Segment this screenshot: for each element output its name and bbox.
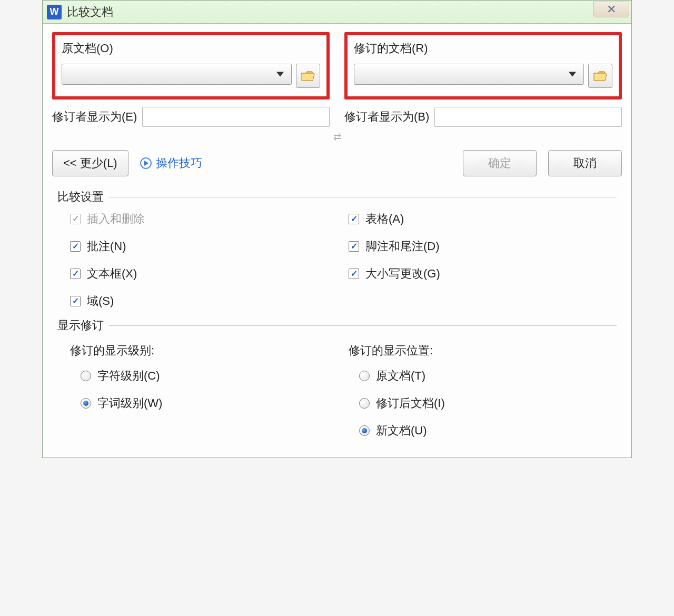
document-selection-row: 原文档(O) 修订者显示为(E) <box>52 32 622 127</box>
revised-document-combobox[interactable] <box>354 64 584 85</box>
checkbox-textbox[interactable]: 文本框(X) <box>70 266 338 282</box>
window-title: 比较文档 <box>67 4 113 20</box>
dialog-body: 原文档(O) 修订者显示为(E) <box>43 24 631 458</box>
checkbox-comments[interactable]: 批注(N) <box>70 239 338 254</box>
checkbox-label: 域(S) <box>87 293 114 309</box>
close-icon: ✕ <box>607 3 616 16</box>
checkbox-icon <box>70 214 81 224</box>
swap-icon[interactable]: ⇄ <box>333 132 341 142</box>
tips-label: 操作技巧 <box>156 155 202 171</box>
checkbox-footnotes[interactable]: 脚注和尾注(D) <box>349 239 617 254</box>
checkbox-label: 脚注和尾注(D) <box>365 239 440 254</box>
radio-revised-doc[interactable]: 修订后文档(I) <box>359 395 617 411</box>
checkbox-icon <box>70 296 81 306</box>
change-level-label: 修订的显示级别: <box>70 343 338 359</box>
swap-documents-row: ⇄ <box>52 131 622 143</box>
radio-icon <box>81 398 91 409</box>
cancel-button[interactable]: 取消 <box>548 150 622 176</box>
radio-icon <box>81 371 91 381</box>
compare-settings-grid: 插入和删除 表格(A) 批注(N) 脚注和尾注(D) 文本框(X) <box>57 211 617 309</box>
app-icon: W <box>47 5 62 19</box>
revised-document-column: 修订的文档(R) 修订者显示为(B) <box>344 32 622 127</box>
radio-word-level[interactable]: 字词级别(W) <box>81 395 338 411</box>
radio-label: 字符级别(C) <box>97 368 160 384</box>
folder-open-icon <box>593 70 607 82</box>
change-location-label: 修订的显示位置: <box>349 343 617 359</box>
original-document-combobox[interactable] <box>62 64 292 85</box>
checkbox-insert-delete: 插入和删除 <box>70 211 338 227</box>
radio-icon <box>359 425 370 436</box>
checkbox-icon <box>349 269 359 279</box>
revised-browse-button[interactable] <box>588 64 612 88</box>
checkbox-icon <box>70 241 81 252</box>
original-revisor-row: 修订者显示为(E) <box>52 107 330 127</box>
radio-icon <box>359 398 370 409</box>
original-document-label: 原文档(O) <box>62 41 320 56</box>
change-level-column: 修订的显示级别: 字符级别(C) 字词级别(W) <box>70 340 338 439</box>
revised-document-label: 修订的文档(R) <box>354 41 612 56</box>
tips-link[interactable]: 操作技巧 <box>140 155 202 171</box>
show-changes-header: 显示修订 <box>57 317 617 333</box>
original-revisor-label: 修订者显示为(E) <box>52 109 137 125</box>
compare-settings-header: 比较设置 <box>57 189 617 205</box>
radio-new-doc[interactable]: 新文档(U) <box>359 423 617 439</box>
ok-button[interactable]: 确定 <box>463 150 537 176</box>
checkbox-icon <box>70 269 81 279</box>
checkbox-icon <box>349 241 359 252</box>
revised-revisor-row: 修订者显示为(B) <box>344 107 622 127</box>
radio-label: 新文档(U) <box>376 423 427 439</box>
original-browse-button[interactable] <box>296 64 320 88</box>
original-document-highlight: 原文档(O) <box>52 32 330 100</box>
change-location-column: 修订的显示位置: 原文档(T) 修订后文档(I) 新文档(U) <box>349 340 617 439</box>
checkbox-label: 文本框(X) <box>87 266 137 282</box>
checkbox-tables[interactable]: 表格(A) <box>349 211 617 227</box>
radio-label: 原文档(T) <box>376 368 425 384</box>
revised-revisor-label: 修订者显示为(B) <box>344 109 429 125</box>
revised-revisor-input[interactable] <box>434 107 622 127</box>
action-button-row: << 更少(L) 操作技巧 确定 取消 <box>52 150 622 176</box>
checkbox-label: 批注(N) <box>87 239 126 254</box>
compare-settings-group: 比较设置 插入和删除 表格(A) 批注(N) 脚注和尾注(D) <box>57 189 617 309</box>
titlebar: W 比较文档 ✕ <box>43 1 631 24</box>
revised-document-highlight: 修订的文档(R) <box>344 32 622 100</box>
close-button[interactable]: ✕ <box>593 2 629 17</box>
radio-char-level[interactable]: 字符级别(C) <box>81 368 338 384</box>
checkbox-fields[interactable]: 域(S) <box>70 293 338 309</box>
radio-label: 字词级别(W) <box>97 395 162 411</box>
checkbox-label: 大小写更改(G) <box>365 266 440 282</box>
radio-label: 修订后文档(I) <box>376 395 445 411</box>
show-changes-group: 显示修订 修订的显示级别: 字符级别(C) 字词级别(W) <box>57 317 617 439</box>
less-options-button[interactable]: << 更少(L) <box>52 150 128 176</box>
folder-open-icon <box>301 70 315 82</box>
show-changes-columns: 修订的显示级别: 字符级别(C) 字词级别(W) 修订的显示位置: <box>57 340 617 439</box>
play-icon <box>140 157 152 169</box>
checkbox-icon <box>349 214 359 224</box>
radio-original-doc[interactable]: 原文档(T) <box>359 368 617 384</box>
checkbox-label: 表格(A) <box>365 211 404 227</box>
original-revisor-input[interactable] <box>142 107 330 127</box>
checkbox-case[interactable]: 大小写更改(G) <box>349 266 617 282</box>
original-document-column: 原文档(O) 修订者显示为(E) <box>52 32 330 127</box>
checkbox-label: 插入和删除 <box>87 211 145 227</box>
radio-icon <box>359 371 370 381</box>
compare-documents-dialog: W 比较文档 ✕ 原文档(O) <box>42 0 632 458</box>
